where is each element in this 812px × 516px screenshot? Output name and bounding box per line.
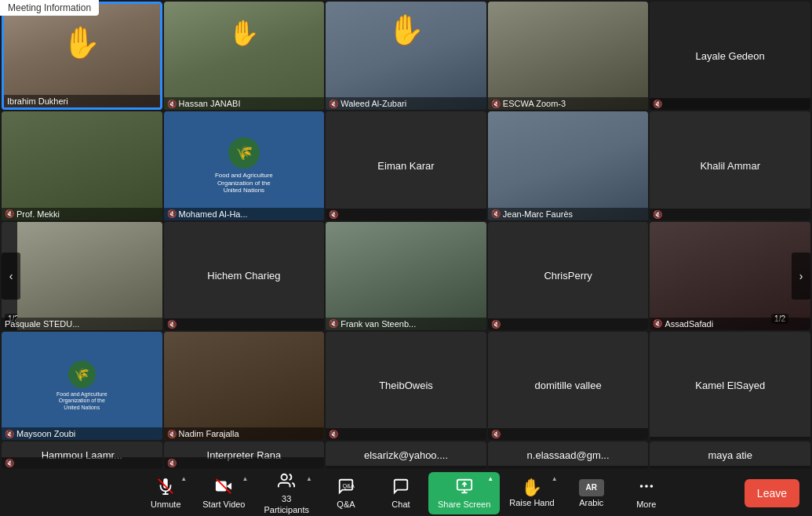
mute-icon: 🔇: [329, 319, 338, 328]
share-screen-button[interactable]: ▲ Share Screen: [428, 472, 500, 514]
nav-left-arrow[interactable]: ‹: [2, 253, 20, 300]
video-tile-elsarizk: elsarizk@yahoo....: [326, 442, 486, 469]
mic-muted-icon: [157, 478, 174, 498]
share-screen-icon: [456, 478, 473, 498]
video-tile-khalil: Khalil Ammar 🔇: [650, 111, 810, 220]
participant-name-maysoon: 🔇 Maysoon Zoubi: [2, 427, 162, 440]
video-caret: ▲: [242, 475, 249, 482]
participants-caret: ▲: [306, 475, 312, 482]
video-tile-kamel: Kamel ElSayed: [650, 332, 810, 440]
toolbar: ▲ Unmute ▲ Start Video ▲: [0, 471, 812, 516]
hassan-name: Hassan JANABI: [179, 99, 241, 108]
svg-point-10: [639, 485, 643, 488]
raised-hand-hassan: ✋: [228, 18, 260, 48]
participant-name-hassan: 🔇 Hassan JANABI: [164, 97, 325, 110]
video-tile-assadsafadi: › 1/2 🔇 AssadSafadi: [650, 222, 810, 330]
video-tile-hammou: Hammou Laamr... 🔇: [2, 442, 162, 469]
video-tile-prof-mekki: 🔇 Prof. Mekki: [2, 111, 162, 220]
raised-hand-waleed: ✋: [388, 13, 424, 47]
participant-name-escwa: 🔇 ESCWA Zoom-3: [488, 97, 649, 110]
maya-name: maya atie: [701, 442, 760, 469]
participant-name-elsarizk: [326, 466, 486, 469]
start-video-button[interactable]: ▲ Start Video: [193, 472, 254, 514]
mute-icon: 🔇: [653, 100, 662, 108]
mute-icon: 🔇: [329, 210, 338, 219]
mute-icon: 🔇: [329, 430, 338, 438]
escwa-name: ESCWA Zoom-3: [503, 99, 566, 108]
participants-label: Participants: [264, 505, 309, 514]
theib-name: TheibOweis: [371, 372, 441, 399]
mute-icon: 🔇: [491, 430, 501, 438]
participants-icon: [278, 472, 295, 492]
participant-name-layale: 🔇: [650, 98, 810, 110]
video-tile-hichem: Hichem Charieg 🔇: [164, 222, 325, 330]
participant-name-pasquale: Pasquale STEDU...: [2, 318, 162, 330]
mute-icon: 🔇: [491, 320, 501, 329]
svg-point-11: [645, 485, 648, 488]
arabic-button[interactable]: AR Arabic: [564, 472, 619, 514]
more-icon: [638, 478, 655, 498]
participant-name-waleed: 🔇 Waleed Al-Zubari: [326, 97, 486, 110]
unmute-caret: ▲: [180, 475, 187, 482]
mute-icon: 🔇: [5, 209, 14, 218]
video-tile-nadim: 🔇 Nadim Farajalla: [164, 332, 325, 440]
chat-icon: [392, 478, 410, 498]
mute-icon: 🔇: [167, 100, 177, 108]
nelassaad-name: n.elassaad@gm...: [519, 442, 617, 469]
chat-button[interactable]: Chat: [373, 472, 428, 514]
raised-hand-emoji: ✋: [62, 24, 101, 61]
mute-icon: 🔇: [491, 100, 501, 108]
meeting-info-bar[interactable]: Meeting Information: [0, 0, 99, 16]
raise-hand-caret: ▲: [552, 475, 558, 482]
video-tile-maysoon: 🌾 Food and AgricultureOrganization of th…: [2, 332, 162, 440]
video-tile-nelassaad: n.elassaad@gm...: [488, 442, 649, 469]
unmute-label: Unmute: [151, 500, 181, 509]
qa-label: Q&A: [337, 500, 355, 509]
participant-name-ibrahim: Ibrahim Dukheri: [4, 95, 160, 107]
video-tile-frank: 🔇 Frank van Steenb...: [326, 222, 486, 330]
leave-button[interactable]: Leave: [745, 479, 799, 507]
video-tile-jean-marc: 🔇 Jean-Marc Faurès: [488, 111, 649, 220]
jean-marc-name: Jean-Marc Faurès: [503, 209, 573, 219]
mute-icon: 🔇: [167, 209, 177, 218]
video-tile-maya: maya atie: [650, 442, 810, 469]
nadim-name: Nadim Farajalla: [179, 429, 239, 438]
video-tile-pasquale: ‹ 1/2 Pasquale STEDU...: [2, 222, 162, 330]
mute-icon: 🔇: [5, 459, 14, 467]
mute-icon: 🔇: [653, 210, 662, 219]
video-tile-hassan: ✋ 🔇 Hassan JANABI: [164, 2, 325, 110]
qa-button[interactable]: Q&A Q&A: [319, 472, 373, 514]
nav-right-arrow[interactable]: ›: [792, 253, 810, 300]
participant-name-interpreter: 🔇: [164, 457, 325, 469]
video-grid: ✋ Ibrahim Dukheri ✋ 🔇 Hassan JANABI ✋ 🔇 …: [0, 0, 812, 471]
hichem-name: Hichem Charieg: [199, 262, 288, 289]
participant-name-khalil: 🔇: [650, 209, 810, 220]
mute-icon: 🔇: [5, 430, 14, 438]
pasquale-name: Pasquale STEDU...: [5, 319, 79, 329]
unmute-button[interactable]: ▲ Unmute: [138, 472, 193, 514]
participant-name-assadsafadi: 🔇 AssadSafadi: [650, 318, 810, 330]
svg-point-5: [282, 474, 287, 480]
video-tile-mohamed: 🌾 Food and AgricultureOrganization of th…: [164, 111, 325, 220]
svg-point-12: [650, 485, 653, 488]
raise-hand-label: Raise Hand: [509, 498, 554, 507]
video-off-icon: [215, 478, 232, 498]
mute-icon: 🔇: [491, 209, 501, 218]
arabic-label: Arabic: [579, 498, 603, 507]
meeting-info-text: Meeting Information: [8, 2, 91, 13]
eiman-name: Eiman Karar: [370, 152, 442, 180]
layale-name: Layale Gedeon: [688, 42, 773, 70]
participants-button[interactable]: ▲ 33 Participants: [255, 472, 319, 514]
participant-name-frank: 🔇 Frank van Steenb...: [326, 318, 486, 330]
frank-name: Frank van Steenb...: [340, 319, 416, 329]
participant-name-chrisperry: 🔇: [488, 318, 649, 330]
participant-name-prof-mekki: 🔇 Prof. Mekki: [2, 208, 162, 220]
mohamed-name: Mohamed Al-Ha...: [179, 209, 248, 219]
kamel-name: Kamel ElSayed: [687, 372, 773, 399]
more-button[interactable]: More: [619, 472, 674, 514]
ibrahim-name: Ibrahim Dukheri: [7, 96, 68, 106]
share-caret: ▲: [487, 475, 493, 482]
participant-name-hichem: 🔇: [164, 318, 325, 330]
mute-icon: 🔇: [167, 430, 177, 438]
raise-hand-button[interactable]: ▲ ✋ Raise Hand: [500, 472, 563, 514]
